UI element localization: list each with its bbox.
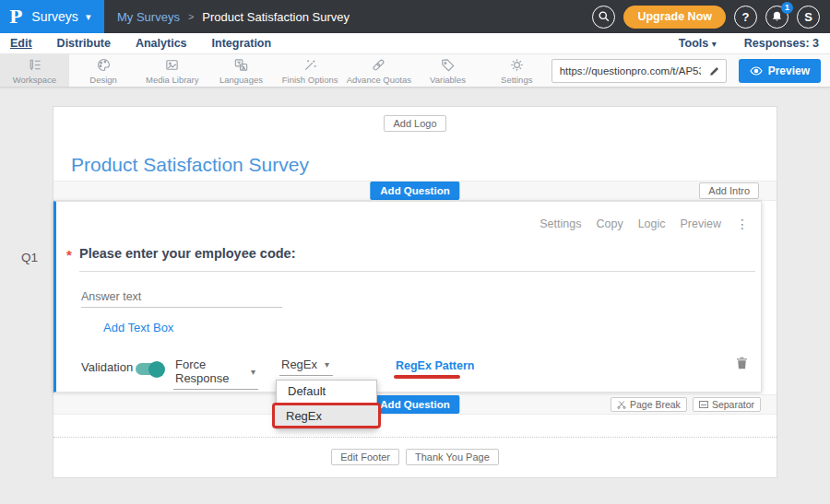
validation-toggle[interactable] [136, 363, 163, 375]
regex-pattern-link[interactable]: RegEx Pattern [396, 359, 474, 372]
nav-tabs: Edit Distribute Analytics Integration [0, 37, 271, 50]
responses-count[interactable]: Responses: 3 [744, 37, 819, 50]
gear-icon [509, 57, 525, 73]
separator-label: Separator [712, 399, 754, 410]
chain-link-icon [371, 57, 386, 73]
toggle-knob [148, 361, 165, 378]
account-avatar[interactable]: S [797, 6, 820, 29]
answer-text-input[interactable] [81, 287, 282, 308]
trash-icon [736, 356, 748, 369]
dropdown-option-regex[interactable]: RegEx [272, 403, 381, 428]
tab-integration[interactable]: Integration [212, 37, 272, 50]
toolbar-item-settings[interactable]: Settings [482, 54, 551, 87]
regex-dropdown-menu: Default RegEx [276, 380, 377, 429]
workspace-icon [27, 57, 42, 73]
toolbar-item-label: Design [89, 75, 117, 85]
breadcrumb: My Surveys > Product Satisfaction Survey [117, 10, 350, 24]
tools-menu[interactable]: Tools ▾ [679, 37, 717, 50]
survey-nav: Edit Distribute Analytics Integration To… [0, 33, 830, 53]
edit-footer-button[interactable]: Edit Footer [331, 449, 399, 465]
validation-label: Validation [81, 360, 133, 374]
add-logo-button[interactable]: Add Logo [384, 115, 445, 132]
product-menu-label: Surveys [31, 9, 78, 24]
annotation-underline [394, 375, 460, 379]
question-mark-icon: ? [742, 10, 750, 24]
avatar-initial: S [804, 10, 812, 24]
page-break-button[interactable]: Page Break [611, 397, 687, 412]
breadcrumb-separator-icon: > [188, 11, 194, 22]
dropdown-option-default[interactable]: Default [277, 381, 376, 402]
separator-button[interactable]: Separator [693, 397, 761, 412]
eye-icon [750, 66, 763, 76]
question-menu: Settings Copy Logic Preview ⋮ [540, 217, 749, 231]
delete-question-button[interactable] [736, 356, 748, 369]
question-settings-link[interactable]: Settings [540, 217, 581, 230]
survey-url-field-wrap [551, 59, 727, 83]
notifications-button[interactable]: 1 [765, 6, 788, 29]
toolbar-item-label: Workspace [13, 75, 56, 85]
survey-editor-card: Add Logo Product Satisfaction Survey Add… [53, 106, 777, 478]
add-intro-button[interactable]: Add Intro [699, 182, 759, 199]
scissors-icon [617, 400, 626, 409]
chevron-down-icon: ▾ [712, 39, 717, 49]
nav-right: Tools ▾ Responses: 3 [679, 37, 830, 50]
toolbar-item-variables[interactable]: Variables [413, 54, 482, 87]
question-preview-link[interactable]: Preview [681, 217, 721, 230]
force-response-label: Force Response [175, 357, 243, 385]
thank-you-page-button[interactable]: Thank You Page [406, 449, 499, 465]
toolbar-item-languages[interactable]: Languages [207, 54, 276, 87]
question-logic-link[interactable]: Logic [638, 217, 666, 230]
preview-button[interactable]: Preview [739, 59, 821, 83]
edit-url-button[interactable] [704, 60, 726, 82]
required-asterisk: * [66, 247, 72, 263]
regex-dropdown[interactable]: RegEx ▾ [279, 357, 333, 376]
top-bar: P Surveys ▾ My Surveys > Product Satisfa… [0, 0, 830, 33]
chevron-down-icon: ▾ [325, 359, 329, 369]
toolbar-item-design[interactable]: Design [69, 54, 138, 87]
pencil-icon [709, 65, 720, 76]
regex-label: RegEx [281, 357, 317, 371]
force-response-dropdown[interactable]: Force Response ▾ [173, 357, 258, 390]
survey-url-input[interactable] [552, 65, 704, 76]
separator-icon [699, 401, 708, 408]
toolbar-item-advance-quotas[interactable]: Advance Quotas [345, 54, 414, 87]
chevron-down-icon: ▾ [86, 11, 91, 23]
search-icon [598, 10, 611, 23]
breadcrumb-my-surveys[interactable]: My Surveys [117, 10, 180, 24]
tab-edit[interactable]: Edit [10, 37, 32, 50]
toolbar-item-finish-options[interactable]: Finish Options [276, 54, 345, 87]
toolbar-right: Preview [551, 54, 830, 87]
question-number: Q1 [21, 251, 38, 264]
magic-wand-icon [302, 57, 318, 73]
add-question-button-top[interactable]: Add Question [370, 182, 459, 200]
add-question-button-bottom[interactable]: Add Question [370, 395, 459, 414]
question-copy-link[interactable]: Copy [596, 217, 622, 230]
palette-icon [96, 57, 112, 73]
question-block-q1: Q1 Settings Copy Logic Preview ⋮ * Pleas… [53, 201, 762, 393]
preview-label: Preview [768, 64, 810, 77]
more-options-icon[interactable]: ⋮ [736, 217, 749, 231]
breadcrumb-current-survey: Product Satisfaction Survey [202, 10, 350, 24]
tab-analytics[interactable]: Analytics [136, 37, 187, 50]
question-text[interactable]: Please enter your employee code: [79, 246, 296, 261]
toolbar-item-workspace[interactable]: Workspace [0, 54, 69, 87]
bell-icon [771, 10, 783, 23]
toolbar-item-label: Languages [219, 75, 263, 85]
question-text-underline [79, 271, 755, 272]
search-button[interactable] [592, 6, 615, 29]
add-text-box-link[interactable]: Add Text Box [103, 321, 173, 334]
workspace-toolbar: Workspace Design Media Library Languages [0, 53, 830, 88]
toolbar-item-label: Finish Options [282, 75, 338, 85]
tab-distribute[interactable]: Distribute [57, 37, 111, 50]
notification-badge: 1 [781, 2, 793, 14]
toolbar-item-label: Media Library [146, 75, 199, 85]
toolbar-item-media-library[interactable]: Media Library [137, 54, 207, 87]
upgrade-now-button[interactable]: Upgrade Now [623, 6, 726, 29]
help-button[interactable]: ? [734, 6, 757, 29]
page-break-label: Page Break [630, 399, 681, 410]
image-icon [164, 57, 180, 73]
surveys-product-menu[interactable]: P Surveys ▾ [0, 0, 104, 33]
toolbar-item-label: Variables [430, 75, 466, 85]
toolbar-item-label: Advance Quotas [347, 75, 411, 85]
footer-dotted-separator [53, 437, 777, 438]
